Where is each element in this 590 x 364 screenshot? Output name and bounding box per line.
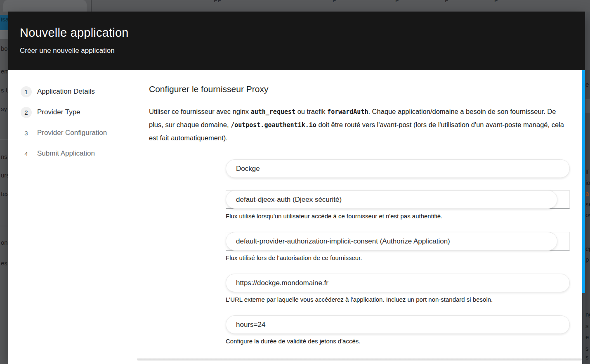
step-number: 4 — [21, 148, 32, 159]
wizard-step-provider-configuration[interactable]: 3Provider Configuration — [8, 123, 136, 143]
background-text-fragment: urs — [1, 172, 8, 179]
step-label: Provider Type — [37, 108, 80, 116]
dimmed-right-band — [585, 99, 590, 113]
wizard-steps: 1Application Details2Provider Type3Provi… — [8, 70, 136, 364]
dimmed-page-right: e nlfioaseoveppngs le yss — [585, 12, 590, 364]
step-number: 2 — [21, 107, 32, 118]
external-host-input[interactable] — [226, 274, 570, 292]
background-text-fragment: ep — [585, 245, 590, 252]
field-helper-text: Configure la durée de validité des jeton… — [226, 338, 570, 345]
step-number: 1 — [21, 86, 32, 97]
background-text-fragment: io — [585, 179, 590, 186]
next-field-peek — [137, 358, 582, 361]
authorization-flow-select-wrapper[interactable] — [226, 232, 570, 251]
wizard-step-application-details[interactable]: 1Application Details — [8, 81, 136, 102]
form-field-group — [226, 159, 570, 178]
background-text-fragment: p — [395, 0, 399, 3]
background-text-fragment: p — [585, 256, 589, 263]
step-label: Submit Application — [37, 149, 95, 158]
dimmed-sidebar-item — [0, 30, 8, 39]
field-helper-text: Flux utilisé lors de l'autorisation de c… — [226, 254, 570, 261]
modal-subtitle: Créer une nouvelle application — [20, 47, 573, 55]
authentication-flow-select-wrapper[interactable] — [226, 190, 570, 209]
background-text-fragment: tes — [1, 190, 8, 197]
dimmed-card — [3, 0, 87, 12]
wizard-content: Configurer le fournisseur Proxy Utiliser… — [136, 70, 582, 364]
modal-scrollbar-thumb[interactable] — [582, 70, 585, 293]
background-text-fragment: p — [445, 0, 448, 3]
background-text-fragment: a — [585, 190, 589, 197]
background-text-fragment: bo — [1, 45, 8, 52]
field-helper-text: Flux utilisé lorsqu'un utilisateur accèd… — [226, 213, 570, 220]
authentication-flow-select[interactable] — [226, 190, 557, 209]
background-text-fragment: s l — [585, 322, 590, 329]
form-field-group: Configure la durée de validité des jeton… — [226, 315, 570, 345]
background-text-fragment: on — [1, 239, 8, 246]
background-text-fragment: p — [494, 0, 498, 3]
background-text-fragment: ns — [1, 153, 7, 160]
step-label: Provider Configuration — [37, 129, 107, 137]
background-text-fragment: e n — [585, 81, 590, 88]
background-text-fragment: es — [1, 260, 7, 267]
new-application-modal: Nouvelle application Créer une nouvelle … — [8, 12, 585, 364]
dimmed-sidebar-separator — [0, 139, 8, 140]
background-text-fragment: se — [585, 201, 590, 208]
background-text-fragment: ov — [585, 211, 590, 218]
wizard-step-submit-application[interactable]: 4Submit Application — [8, 143, 136, 164]
inline-code: /outpost.goauthentik.io — [231, 121, 316, 129]
wizard-step-provider-type[interactable]: 2Provider Type — [8, 102, 136, 123]
modal-title: Nouvelle application — [20, 26, 573, 40]
modal-header: Nouvelle application Créer une nouvelle … — [8, 12, 585, 70]
background-text-fragment: ng — [585, 311, 590, 318]
background-text-fragment: sy — [1, 105, 7, 112]
background-text-fragment: s — [585, 345, 589, 352]
dimmed-sidebar: isaboems Usynsurstesones — [0, 12, 8, 364]
background-text-fragment: e y — [585, 333, 590, 340]
application-name-input[interactable] — [226, 159, 570, 178]
dimmed-divider — [91, 0, 92, 12]
dimmed-right-top — [585, 12, 590, 70]
background-text-fragment: em — [1, 68, 8, 75]
step-heading: Configurer le fournisseur Proxy — [149, 84, 570, 94]
form-field-group: L'URL externe par laquelle vous accédere… — [226, 274, 570, 303]
background-text-fragment: s U — [1, 87, 8, 94]
background-text-fragment: pp — [214, 0, 222, 3]
dimmed-sidebar-separator — [0, 226, 8, 226]
field-helper-text: L'URL externe par laquelle vous accédere… — [226, 296, 570, 303]
form-field-group: Flux utilisé lors de l'autorisation de c… — [226, 232, 570, 261]
modal-scrollbar-track[interactable] — [582, 70, 585, 364]
provider-form: Flux utilisé lorsqu'un utilisateur accèd… — [226, 159, 570, 345]
background-text-fragment: lf — [585, 168, 589, 175]
background-text-fragment: p — [333, 0, 336, 3]
inline-code: auth_request — [251, 108, 295, 116]
authorization-flow-select[interactable] — [226, 232, 557, 251]
modal-body: 1Application Details2Provider Type3Provi… — [8, 70, 585, 364]
description-text: Utiliser ce fournisseur avec nginx — [149, 108, 251, 115]
inline-code: forwardAuth — [327, 108, 368, 116]
form-field-group: Flux utilisé lorsqu'un utilisateur accèd… — [226, 190, 570, 220]
dimmed-page-top: pppppp — [0, 0, 590, 12]
background-text-fragment: isa — [1, 16, 8, 23]
provider-description: Utiliser ce fournisseur avec nginx auth_… — [149, 105, 570, 144]
background-text-fragment: s — [585, 354, 589, 361]
description-text: ou traefik — [295, 108, 327, 115]
step-number: 3 — [21, 128, 32, 139]
token-validity-input[interactable] — [226, 315, 570, 334]
step-label: Application Details — [37, 87, 95, 96]
